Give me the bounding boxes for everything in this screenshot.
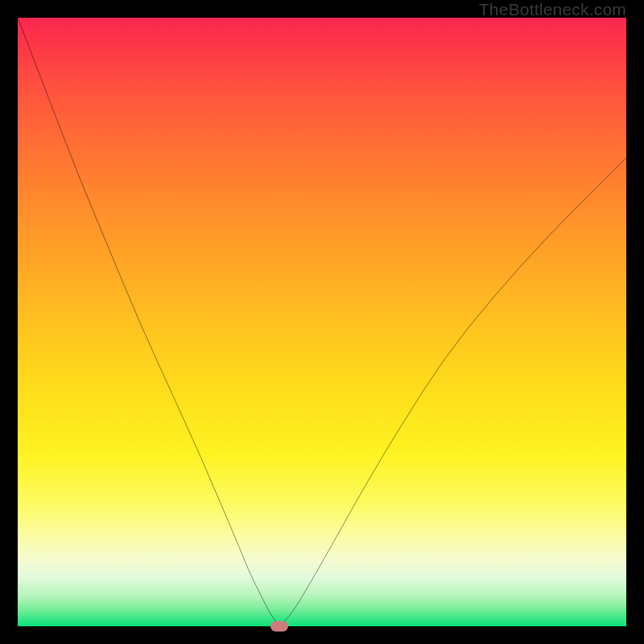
chart-outer-frame: TheBottleneck.com xyxy=(0,0,644,644)
plot-area xyxy=(18,18,626,626)
watermark-text: TheBottleneck.com xyxy=(479,0,626,19)
bottleneck-curve xyxy=(18,18,626,626)
optimum-marker xyxy=(270,621,288,632)
